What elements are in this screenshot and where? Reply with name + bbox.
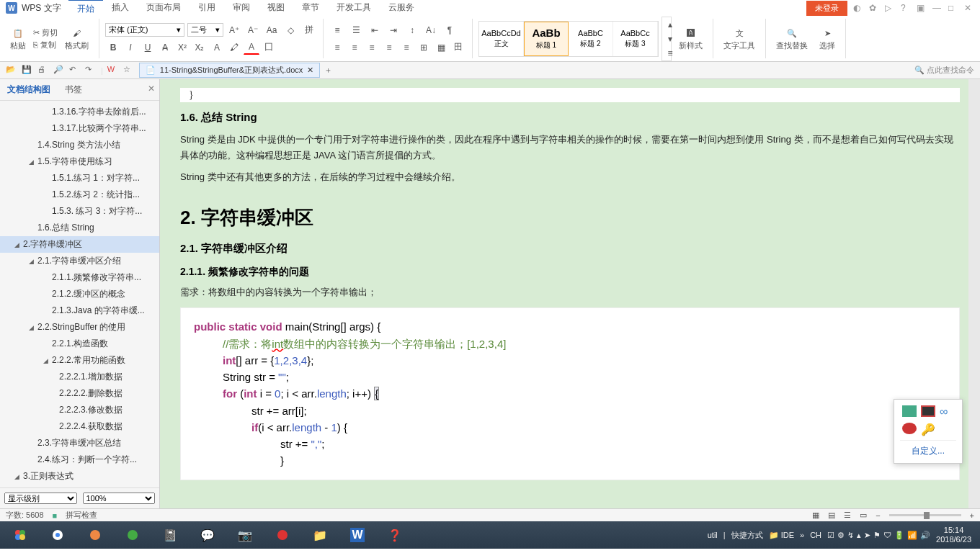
word-count[interactable]: 字数: 5608 (6, 510, 44, 521)
zoom-slider[interactable] (889, 514, 961, 516)
font-size-select[interactable]: 二号▾ (187, 23, 223, 37)
outline-item[interactable]: 2.2.2.1.增加数据 (0, 369, 159, 385)
chrome-icon[interactable] (40, 523, 75, 547)
borders-button[interactable]: 田 (450, 40, 466, 55)
text-tools-button[interactable]: 文文字工具 (719, 24, 760, 53)
text-effects-button[interactable]: A (209, 40, 225, 55)
tray-icon[interactable]: ☑ (827, 531, 834, 540)
tab-references[interactable]: 引用 (190, 0, 224, 17)
netease-icon[interactable] (265, 523, 300, 547)
underline-button[interactable]: U (140, 40, 156, 55)
wps-home-icon[interactable]: W (107, 65, 119, 76)
view-outline-icon[interactable]: ▤ (828, 511, 835, 520)
notes-icon[interactable]: 📓 (153, 523, 187, 547)
tab-cloud[interactable]: 云服务 (380, 0, 423, 17)
settings-icon[interactable]: ✿ (869, 3, 879, 13)
camera-icon[interactable]: 📷 (228, 523, 262, 547)
tab-page-layout[interactable]: 页面布局 (138, 0, 190, 17)
tray-util[interactable]: util (708, 531, 718, 539)
firefox-icon[interactable] (78, 523, 112, 547)
stop-icon[interactable] (921, 405, 935, 417)
shading-button[interactable]: ▦ (433, 40, 449, 55)
document-tab[interactable]: 📄 11-String&StringBuffer&正则表达式.docx ✕ (139, 63, 320, 78)
tray-shield-icon[interactable]: 🛡 (883, 531, 891, 539)
outline-item[interactable]: 2.2.2.2.删除数据 (0, 385, 159, 402)
strike-button[interactable]: A̶ (157, 40, 173, 55)
outline-item[interactable]: 2.2.2.3.修改数据 (0, 402, 159, 418)
style-gallery[interactable]: AaBbCcDd正文 AaBb标题 1 AaBbC标题 2 AaBbCc标题 3 (478, 21, 659, 57)
outline-item[interactable]: 1.3.17.比较两个字符串... (0, 120, 159, 137)
outline-item[interactable]: 2.2.1.构造函数 (0, 336, 159, 352)
help-task-icon[interactable]: ❓ (378, 523, 412, 547)
italic-button[interactable]: I (122, 40, 138, 55)
bold-button[interactable]: B (105, 40, 121, 55)
monitor-icon[interactable] (902, 405, 917, 417)
new-tab-icon[interactable]: ＋ (324, 65, 336, 76)
minimize-icon[interactable]: — (932, 3, 943, 13)
spell-check[interactable]: 拼写检查 (66, 510, 97, 521)
decrease-font-icon[interactable]: A⁻ (245, 23, 261, 37)
line-spacing-button[interactable]: ↕ (404, 23, 420, 37)
explorer-icon[interactable]: 📁 (303, 523, 337, 547)
clear-format-icon[interactable]: ◇ (282, 23, 298, 37)
tray-icon[interactable]: ↯ (847, 531, 854, 540)
custom-button[interactable]: 自定义... (900, 440, 956, 457)
highlight-button[interactable]: 🖍 (226, 40, 242, 55)
bullets-button[interactable]: ≡ (329, 23, 345, 37)
show-marks-button[interactable]: ¶ (442, 23, 458, 37)
format-painter-button[interactable]: 🖌 格式刷 (61, 24, 93, 53)
outline-item[interactable]: ◢2.1.字符串缓冲区介绍 (0, 253, 159, 269)
outline-item[interactable]: 2.3.字符串缓冲区总结 (0, 435, 159, 451)
save-icon[interactable]: 💾 (22, 65, 33, 76)
zoom-out-icon[interactable]: − (876, 511, 880, 520)
find-replace-button[interactable]: 🔍查找替换 (772, 24, 812, 53)
tab-insert[interactable]: 插入 (103, 0, 138, 17)
new-style-button[interactable]: 🅰新样式 (674, 24, 707, 53)
zoom-in-icon[interactable]: + (970, 511, 974, 520)
outline-level-select[interactable]: 显示级别 (4, 493, 77, 504)
cut-button[interactable]: ✂剪切 (33, 27, 58, 38)
copy-button[interactable]: ⎘复制 (33, 40, 58, 50)
outline-item[interactable]: 1.5.2.练习 2：统计指... (0, 186, 159, 203)
justify-button[interactable]: ≡ (381, 40, 397, 55)
redo-icon[interactable]: ↷ (85, 65, 97, 76)
outline-item[interactable]: 2.2.2.4.获取数据 (0, 418, 159, 435)
open-icon[interactable]: 📂 (6, 65, 17, 76)
key-icon[interactable]: 🔑 (921, 423, 935, 434)
align-center-button[interactable]: ≡ (347, 40, 362, 55)
tab-view[interactable]: 视图 (259, 0, 293, 17)
view-read-icon[interactable]: ▭ (860, 511, 867, 520)
pinyin-icon[interactable]: 拼 (301, 23, 317, 37)
align-right-button[interactable]: ≡ (364, 40, 380, 55)
tray-cursor-icon[interactable]: ➤ (864, 531, 870, 540)
outline-item[interactable]: 1.3.16.字符串去除前后... (0, 104, 159, 120)
tray-expand-icon[interactable]: » (800, 531, 804, 539)
outline-item[interactable]: 1.5.3. 练习 3：对字符... (0, 203, 159, 220)
tab-close-icon[interactable]: ✕ (307, 66, 313, 75)
tab-chapter[interactable]: 章节 (293, 0, 328, 17)
help-icon[interactable]: ? (901, 3, 911, 13)
tray-battery-icon[interactable]: 🔋 (894, 531, 904, 540)
skin-icon[interactable]: ◐ (853, 3, 863, 13)
style-heading1[interactable]: AaBb标题 1 (524, 22, 569, 56)
style-heading3[interactable]: AaBbCc标题 3 (613, 22, 658, 56)
view-page-icon[interactable]: ▦ (812, 511, 819, 520)
tray-volume-icon[interactable]: 🔊 (920, 531, 930, 540)
tab-start[interactable]: 开始 (68, 0, 103, 17)
sort-button[interactable]: A↓ (423, 23, 439, 37)
outline-item[interactable]: 2.4.练习：判断一个字符... (0, 451, 159, 468)
change-case-icon[interactable]: Aa (264, 23, 280, 37)
select-button[interactable]: ➤选择 (815, 24, 839, 53)
tray-shortcut[interactable]: 快捷方式 (731, 530, 763, 541)
close-icon[interactable]: ✕ (964, 3, 974, 13)
record-icon[interactable] (902, 423, 917, 434)
tab-review[interactable]: 审阅 (224, 0, 259, 17)
tab-dev-tools[interactable]: 开发工具 (328, 0, 380, 17)
outline-item[interactable]: ◢2.2.2.常用功能函数 (0, 352, 159, 369)
undo-icon[interactable]: ↶ (69, 65, 81, 76)
outline-item[interactable]: ◢2.字符串缓冲区 (0, 236, 159, 253)
outline-item[interactable]: 2.1.3.Java 的字符串缓... (0, 302, 159, 319)
outline-item[interactable]: 1.6.总结 String (0, 220, 159, 236)
new-doc-icon[interactable]: ☆ (123, 65, 135, 76)
font-name-select[interactable]: 宋体 (正文)▾ (105, 23, 184, 37)
